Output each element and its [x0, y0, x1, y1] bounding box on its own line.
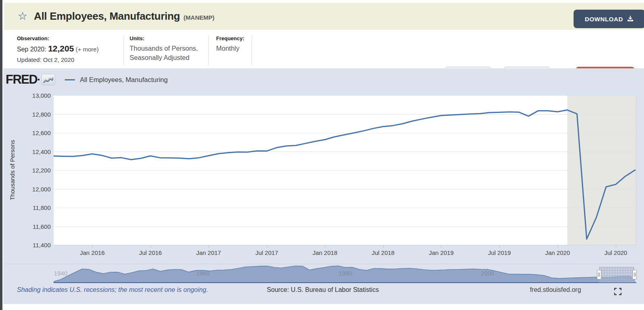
recession-note-link[interactable]: Shading indicates U.S. recessions; the m… [17, 286, 208, 294]
frequency-label: Frequency: [216, 35, 244, 41]
fred-graph-page: ☆ All Employees, Manufacturing (MANEMP) … [0, 0, 644, 310]
x-tick-label: Jan 2018 [312, 249, 337, 256]
page-title: All Employees, Manufacturing [34, 10, 180, 23]
observation-label: Observation: [17, 35, 99, 41]
chart-header: FRED All Employees, Manufacturing [6, 72, 168, 88]
x-tick-mark [151, 245, 151, 248]
navigator-handle-right[interactable] [632, 270, 637, 279]
info-bar: Observation: Sep 2020: 12,205 (+ more) U… [4, 30, 644, 68]
x-tick-label: Jul 2016 [139, 249, 162, 256]
fred-logo-chart-icon [41, 74, 55, 85]
x-tick-mark [557, 245, 558, 248]
units-label: Units: [130, 35, 198, 41]
y-tick-label: 11,800 [14, 204, 51, 212]
x-tick-mark [441, 245, 442, 248]
y-tick-label: 11,600 [14, 223, 51, 231]
x-tick-mark [267, 245, 267, 248]
fullscreen-icon[interactable] [614, 288, 621, 295]
observation-value: 12,205 [48, 44, 74, 53]
source-note: Source: U.S. Bureau of Labor Statistics [242, 286, 403, 294]
observation-line: Sep 2020: 12,205 (+ more) [17, 44, 99, 53]
fred-site-link[interactable]: fred.stlouisfed.org [523, 286, 588, 294]
divider [252, 35, 252, 65]
y-tick-label: 11,400 [14, 241, 51, 249]
divider [208, 35, 209, 65]
frequency-value: Monthly [216, 44, 244, 53]
download-icon [627, 15, 634, 23]
x-tick-label: Jul 2020 [604, 249, 627, 256]
navigator-decade-label: 1980 [339, 270, 352, 277]
x-tick-label: Jan 2019 [429, 249, 454, 256]
x-tick-mark [208, 245, 209, 248]
title-bar: ☆ All Employees, Manufacturing (MANEMP) … [4, 3, 644, 30]
chart-area: FRED All Employees, Manufacturing Thousa… [3, 68, 644, 304]
units-value: Thousands of Persons, Seasonally Adjuste… [130, 44, 198, 62]
frequency-block: Frequency: Monthly [216, 35, 244, 53]
window-edge-strip [0, 0, 2, 310]
x-tick-label: Jul 2019 [488, 249, 511, 256]
navigator-handle-left[interactable] [597, 270, 601, 279]
x-tick-label: Jan 2017 [196, 249, 221, 256]
observation-date: Sep 2020: [17, 46, 46, 53]
y-tick-label: 12,800 [14, 111, 51, 119]
download-button[interactable]: DOWNLOAD [574, 10, 644, 28]
observation-block: Observation: Sep 2020: 12,205 (+ more) U… [17, 35, 99, 63]
y-tick-label: 12,400 [14, 148, 51, 156]
y-tick-label: 12,200 [14, 166, 51, 175]
navigator-decade-label: 1960 [196, 270, 210, 277]
units-block: Units: Thousands of Persons, Seasonally … [130, 35, 198, 62]
x-tick-mark [325, 245, 325, 248]
legend-series-label: All Employees, Manufacturing [80, 76, 167, 84]
fred-logo: FRED [6, 72, 37, 87]
x-tick-mark [500, 245, 500, 248]
x-tick-mark [616, 245, 616, 248]
x-tick-label: Jul 2017 [255, 249, 278, 256]
observation-updated: Updated: Oct 2, 2020 [17, 56, 99, 63]
navigator-decade-label: 1940 [54, 270, 67, 277]
navigator-selection[interactable] [599, 267, 634, 283]
fred-logo-dot [38, 79, 39, 80]
navigator-decade-label: 2000 [481, 270, 494, 277]
x-tick-label: Jul 2018 [372, 249, 394, 256]
y-tick-label: 13,000 [14, 92, 51, 100]
observation-more-link[interactable]: (+ more) [76, 46, 99, 53]
x-tick-mark [383, 245, 384, 248]
series-id: (MANEMP) [184, 14, 215, 21]
y-tick-label: 12,000 [14, 185, 51, 193]
main-plot[interactable] [54, 96, 636, 245]
y-tick-label: 12,600 [14, 129, 51, 137]
x-tick-mark [92, 245, 93, 248]
divider [124, 35, 124, 65]
download-button-label: DOWNLOAD [585, 16, 623, 23]
legend-line-swatch [65, 79, 75, 80]
favorite-star-icon[interactable]: ☆ [18, 11, 27, 22]
x-tick-label: Jan 2020 [545, 249, 570, 256]
x-tick-label: Jan 2016 [80, 249, 105, 256]
